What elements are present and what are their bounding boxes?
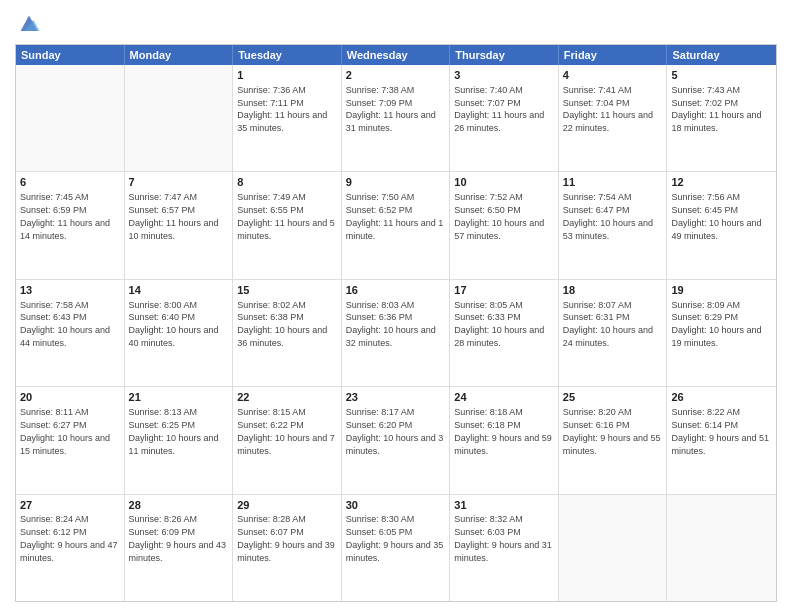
calendar-cell-day-25: 25Sunrise: 8:20 AMSunset: 6:16 PMDayligh… xyxy=(559,387,668,493)
cell-info: Sunrise: 8:00 AMSunset: 6:40 PMDaylight:… xyxy=(129,300,219,348)
weekday-header-monday: Monday xyxy=(125,45,234,65)
calendar-cell-day-1: 1Sunrise: 7:36 AMSunset: 7:11 PMDaylight… xyxy=(233,65,342,171)
cell-info: Sunrise: 8:18 AMSunset: 6:18 PMDaylight:… xyxy=(454,407,552,455)
cell-info: Sunrise: 8:13 AMSunset: 6:25 PMDaylight:… xyxy=(129,407,219,455)
day-number: 21 xyxy=(129,390,229,405)
cell-info: Sunrise: 7:40 AMSunset: 7:07 PMDaylight:… xyxy=(454,85,544,133)
day-number: 1 xyxy=(237,68,337,83)
cell-info: Sunrise: 8:24 AMSunset: 6:12 PMDaylight:… xyxy=(20,514,118,562)
day-number: 23 xyxy=(346,390,446,405)
day-number: 22 xyxy=(237,390,337,405)
weekday-header-tuesday: Tuesday xyxy=(233,45,342,65)
day-number: 28 xyxy=(129,498,229,513)
day-number: 4 xyxy=(563,68,663,83)
calendar-cell-day-24: 24Sunrise: 8:18 AMSunset: 6:18 PMDayligh… xyxy=(450,387,559,493)
day-number: 20 xyxy=(20,390,120,405)
day-number: 29 xyxy=(237,498,337,513)
cell-info: Sunrise: 8:28 AMSunset: 6:07 PMDaylight:… xyxy=(237,514,335,562)
cell-info: Sunrise: 8:20 AMSunset: 6:16 PMDaylight:… xyxy=(563,407,661,455)
calendar-cell-day-14: 14Sunrise: 8:00 AMSunset: 6:40 PMDayligh… xyxy=(125,280,234,386)
calendar-cell-day-8: 8Sunrise: 7:49 AMSunset: 6:55 PMDaylight… xyxy=(233,172,342,278)
calendar-body: 1Sunrise: 7:36 AMSunset: 7:11 PMDaylight… xyxy=(16,65,776,601)
weekday-header-thursday: Thursday xyxy=(450,45,559,65)
day-number: 18 xyxy=(563,283,663,298)
calendar-cell-empty xyxy=(667,495,776,601)
day-number: 14 xyxy=(129,283,229,298)
day-number: 16 xyxy=(346,283,446,298)
cell-info: Sunrise: 7:52 AMSunset: 6:50 PMDaylight:… xyxy=(454,192,544,240)
day-number: 12 xyxy=(671,175,772,190)
day-number: 26 xyxy=(671,390,772,405)
logo-icon xyxy=(15,10,43,38)
day-number: 8 xyxy=(237,175,337,190)
weekday-header-sunday: Sunday xyxy=(16,45,125,65)
calendar-cell-day-29: 29Sunrise: 8:28 AMSunset: 6:07 PMDayligh… xyxy=(233,495,342,601)
calendar-cell-day-30: 30Sunrise: 8:30 AMSunset: 6:05 PMDayligh… xyxy=(342,495,451,601)
calendar-row-5: 27Sunrise: 8:24 AMSunset: 6:12 PMDayligh… xyxy=(16,494,776,601)
cell-info: Sunrise: 8:26 AMSunset: 6:09 PMDaylight:… xyxy=(129,514,227,562)
cell-info: Sunrise: 8:15 AMSunset: 6:22 PMDaylight:… xyxy=(237,407,335,455)
cell-info: Sunrise: 8:07 AMSunset: 6:31 PMDaylight:… xyxy=(563,300,653,348)
calendar-cell-day-23: 23Sunrise: 8:17 AMSunset: 6:20 PMDayligh… xyxy=(342,387,451,493)
calendar-cell-day-31: 31Sunrise: 8:32 AMSunset: 6:03 PMDayligh… xyxy=(450,495,559,601)
calendar-cell-day-3: 3Sunrise: 7:40 AMSunset: 7:07 PMDaylight… xyxy=(450,65,559,171)
calendar-cell-day-28: 28Sunrise: 8:26 AMSunset: 6:09 PMDayligh… xyxy=(125,495,234,601)
weekday-header-wednesday: Wednesday xyxy=(342,45,451,65)
cell-info: Sunrise: 7:58 AMSunset: 6:43 PMDaylight:… xyxy=(20,300,110,348)
calendar-row-3: 13Sunrise: 7:58 AMSunset: 6:43 PMDayligh… xyxy=(16,279,776,386)
page: SundayMondayTuesdayWednesdayThursdayFrid… xyxy=(0,0,792,612)
day-number: 15 xyxy=(237,283,337,298)
calendar-cell-day-27: 27Sunrise: 8:24 AMSunset: 6:12 PMDayligh… xyxy=(16,495,125,601)
calendar-cell-day-21: 21Sunrise: 8:13 AMSunset: 6:25 PMDayligh… xyxy=(125,387,234,493)
cell-info: Sunrise: 7:43 AMSunset: 7:02 PMDaylight:… xyxy=(671,85,761,133)
cell-info: Sunrise: 7:45 AMSunset: 6:59 PMDaylight:… xyxy=(20,192,110,240)
calendar-cell-day-5: 5Sunrise: 7:43 AMSunset: 7:02 PMDaylight… xyxy=(667,65,776,171)
cell-info: Sunrise: 7:47 AMSunset: 6:57 PMDaylight:… xyxy=(129,192,219,240)
calendar-cell-empty xyxy=(16,65,125,171)
cell-info: Sunrise: 8:22 AMSunset: 6:14 PMDaylight:… xyxy=(671,407,769,455)
day-number: 19 xyxy=(671,283,772,298)
day-number: 10 xyxy=(454,175,554,190)
cell-info: Sunrise: 8:03 AMSunset: 6:36 PMDaylight:… xyxy=(346,300,436,348)
calendar-row-4: 20Sunrise: 8:11 AMSunset: 6:27 PMDayligh… xyxy=(16,386,776,493)
calendar-cell-day-18: 18Sunrise: 8:07 AMSunset: 6:31 PMDayligh… xyxy=(559,280,668,386)
day-number: 31 xyxy=(454,498,554,513)
day-number: 9 xyxy=(346,175,446,190)
day-number: 3 xyxy=(454,68,554,83)
calendar-cell-empty xyxy=(125,65,234,171)
cell-info: Sunrise: 7:41 AMSunset: 7:04 PMDaylight:… xyxy=(563,85,653,133)
calendar: SundayMondayTuesdayWednesdayThursdayFrid… xyxy=(15,44,777,602)
cell-info: Sunrise: 8:11 AMSunset: 6:27 PMDaylight:… xyxy=(20,407,110,455)
calendar-cell-day-16: 16Sunrise: 8:03 AMSunset: 6:36 PMDayligh… xyxy=(342,280,451,386)
cell-info: Sunrise: 8:30 AMSunset: 6:05 PMDaylight:… xyxy=(346,514,444,562)
day-number: 13 xyxy=(20,283,120,298)
day-number: 6 xyxy=(20,175,120,190)
day-number: 2 xyxy=(346,68,446,83)
header xyxy=(15,10,777,38)
cell-info: Sunrise: 7:54 AMSunset: 6:47 PMDaylight:… xyxy=(563,192,653,240)
cell-info: Sunrise: 8:09 AMSunset: 6:29 PMDaylight:… xyxy=(671,300,761,348)
calendar-cell-day-20: 20Sunrise: 8:11 AMSunset: 6:27 PMDayligh… xyxy=(16,387,125,493)
calendar-cell-day-7: 7Sunrise: 7:47 AMSunset: 6:57 PMDaylight… xyxy=(125,172,234,278)
calendar-row-1: 1Sunrise: 7:36 AMSunset: 7:11 PMDaylight… xyxy=(16,65,776,171)
day-number: 17 xyxy=(454,283,554,298)
day-number: 27 xyxy=(20,498,120,513)
day-number: 7 xyxy=(129,175,229,190)
day-number: 25 xyxy=(563,390,663,405)
calendar-cell-day-22: 22Sunrise: 8:15 AMSunset: 6:22 PMDayligh… xyxy=(233,387,342,493)
calendar-row-2: 6Sunrise: 7:45 AMSunset: 6:59 PMDaylight… xyxy=(16,171,776,278)
calendar-cell-day-15: 15Sunrise: 8:02 AMSunset: 6:38 PMDayligh… xyxy=(233,280,342,386)
day-number: 5 xyxy=(671,68,772,83)
cell-info: Sunrise: 7:50 AMSunset: 6:52 PMDaylight:… xyxy=(346,192,444,240)
cell-info: Sunrise: 8:32 AMSunset: 6:03 PMDaylight:… xyxy=(454,514,552,562)
calendar-cell-day-26: 26Sunrise: 8:22 AMSunset: 6:14 PMDayligh… xyxy=(667,387,776,493)
cell-info: Sunrise: 7:38 AMSunset: 7:09 PMDaylight:… xyxy=(346,85,436,133)
cell-info: Sunrise: 8:05 AMSunset: 6:33 PMDaylight:… xyxy=(454,300,544,348)
day-number: 11 xyxy=(563,175,663,190)
cell-info: Sunrise: 8:17 AMSunset: 6:20 PMDaylight:… xyxy=(346,407,444,455)
weekday-header-friday: Friday xyxy=(559,45,668,65)
calendar-cell-empty xyxy=(559,495,668,601)
calendar-cell-day-17: 17Sunrise: 8:05 AMSunset: 6:33 PMDayligh… xyxy=(450,280,559,386)
day-number: 30 xyxy=(346,498,446,513)
logo xyxy=(15,10,47,38)
